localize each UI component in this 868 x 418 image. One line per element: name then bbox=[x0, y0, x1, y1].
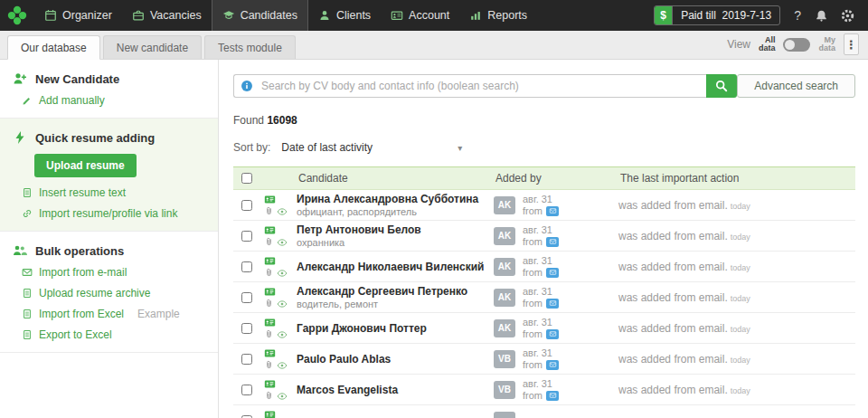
insert-resume-text-link[interactable]: Insert resume text bbox=[22, 186, 205, 199]
views-icon[interactable] bbox=[277, 391, 288, 402]
last-action-text: was added from email. bbox=[618, 353, 728, 366]
cv-card-icon[interactable] bbox=[264, 224, 276, 236]
sort-select[interactable]: Date of last activity ▾ bbox=[281, 141, 462, 154]
attachment-icon[interactable] bbox=[264, 329, 274, 339]
email-source-icon[interactable] bbox=[546, 206, 559, 216]
info-icon[interactable] bbox=[241, 80, 253, 92]
candidate-name[interactable]: Marcos Evangelista bbox=[297, 384, 494, 396]
tab-tests-module[interactable]: Tests module bbox=[204, 35, 296, 59]
candidate-name[interactable]: Paulo Paulo Ablas bbox=[297, 353, 494, 366]
app-logo[interactable] bbox=[0, 5, 34, 25]
row-checkbox[interactable] bbox=[241, 323, 252, 334]
row-checkbox[interactable] bbox=[241, 354, 252, 365]
nav-clients[interactable]: Clients bbox=[308, 0, 381, 31]
email-source-icon[interactable] bbox=[546, 268, 559, 278]
nav-reports[interactable]: Reports bbox=[459, 0, 537, 31]
clients-icon bbox=[318, 9, 331, 22]
settings-gear-icon[interactable] bbox=[840, 8, 855, 24]
example-link[interactable]: Example bbox=[137, 308, 180, 320]
recruiter-avatar[interactable]: VB bbox=[494, 350, 515, 368]
cv-card-icon[interactable] bbox=[264, 347, 276, 359]
nav-organizer[interactable]: Organizer bbox=[34, 0, 122, 31]
table-row[interactable]: Александр Сергеевич Петренко водитель, р… bbox=[233, 282, 855, 313]
views-icon[interactable] bbox=[277, 268, 288, 279]
my-data-option[interactable]: My data bbox=[818, 36, 835, 53]
search-button[interactable] bbox=[706, 74, 737, 98]
attachment-icon[interactable] bbox=[264, 206, 274, 216]
views-icon[interactable] bbox=[277, 237, 288, 248]
cv-card-icon[interactable] bbox=[264, 378, 276, 390]
attachment-icon[interactable] bbox=[264, 237, 274, 247]
recruiter-avatar[interactable]: AK bbox=[494, 289, 515, 307]
cv-card-icon[interactable] bbox=[264, 194, 276, 205]
candidate-name[interactable]: Гарри Джонович Поттер bbox=[297, 322, 494, 335]
import-from-excel-link[interactable]: Import from Excel Example bbox=[22, 308, 205, 320]
nav-vacancies[interactable]: Vacancies bbox=[122, 0, 212, 31]
recruiter-avatar[interactable]: AK bbox=[494, 227, 515, 245]
candidate-name[interactable]: Александр Сергеевич Петренко bbox=[297, 285, 494, 298]
added-date: авг. 31 bbox=[523, 317, 559, 328]
email-source-icon[interactable] bbox=[546, 329, 559, 339]
table-row[interactable]: Paulo Paulo Ablas VB авг. 31 from was ad… bbox=[233, 344, 855, 375]
recruiter-avatar[interactable] bbox=[494, 412, 515, 418]
upload-resume-button[interactable]: Upload resume bbox=[34, 154, 137, 177]
table-row[interactable]: Ирина Александровна Субботина официант, … bbox=[233, 190, 855, 221]
all-data-option[interactable]: All data bbox=[759, 36, 776, 53]
tab-new-candidate[interactable]: New candidate bbox=[103, 35, 202, 59]
row-checkbox[interactable] bbox=[241, 385, 252, 395]
more-menu-icon[interactable]: ⋮ bbox=[844, 33, 859, 55]
views-icon[interactable] bbox=[277, 329, 288, 340]
candidate-name[interactable]: Александр Николаевич Виленский bbox=[297, 261, 494, 273]
candidate-name[interactable]: Ирина Александровна Субботина bbox=[297, 193, 494, 205]
nav-account[interactable]: Account bbox=[381, 0, 459, 31]
views-icon[interactable] bbox=[277, 299, 288, 309]
table-row[interactable]: Marcos Evangelista VB авг. 31 from was a… bbox=[233, 375, 855, 405]
nav-label: Candidates bbox=[241, 9, 297, 22]
attachment-icon[interactable] bbox=[264, 391, 274, 401]
row-checkbox[interactable] bbox=[241, 261, 252, 272]
attachment-icon[interactable] bbox=[264, 299, 274, 309]
nav-candidates[interactable]: Candidates bbox=[212, 0, 308, 31]
email-source-icon[interactable] bbox=[546, 391, 559, 401]
select-all-checkbox[interactable] bbox=[241, 173, 252, 184]
advanced-search-button[interactable]: Advanced search bbox=[737, 74, 855, 98]
import-from-email-link[interactable]: Import from e-mail bbox=[22, 266, 205, 279]
row-icons bbox=[260, 255, 297, 279]
paid-till-badge[interactable]: $ Paid till 2019-7-13 bbox=[654, 5, 780, 25]
row-checkbox[interactable] bbox=[241, 231, 252, 242]
views-icon[interactable] bbox=[277, 206, 288, 217]
recruiter-avatar[interactable]: AK bbox=[494, 319, 515, 337]
cv-card-icon[interactable] bbox=[264, 255, 276, 267]
cv-card-icon[interactable] bbox=[264, 409, 276, 418]
table-row[interactable] bbox=[233, 405, 855, 418]
cv-card-icon[interactable] bbox=[264, 286, 276, 298]
attachment-icon[interactable] bbox=[264, 360, 274, 370]
data-scope-toggle[interactable] bbox=[783, 38, 810, 52]
email-source-icon[interactable] bbox=[546, 299, 559, 309]
views-icon[interactable] bbox=[277, 360, 288, 371]
email-source-icon[interactable] bbox=[546, 360, 559, 370]
notifications-bell-icon[interactable] bbox=[815, 9, 828, 23]
row-checkbox[interactable] bbox=[241, 415, 252, 418]
attachment-icon[interactable] bbox=[264, 268, 274, 278]
tab-our-database[interactable]: Our database bbox=[7, 35, 100, 60]
recruiter-avatar[interactable]: VB bbox=[494, 381, 515, 399]
table-row[interactable]: Петр Антонович Белов охранника AK авг. 3… bbox=[233, 221, 855, 252]
cv-card-icon[interactable] bbox=[264, 317, 276, 328]
search-input[interactable] bbox=[233, 74, 706, 98]
lightning-icon bbox=[13, 130, 27, 145]
email-source-icon[interactable] bbox=[546, 237, 559, 247]
table-row[interactable]: Гарри Джонович Поттер AK авг. 31 from wa… bbox=[233, 313, 855, 344]
export-to-excel-link[interactable]: Export to Excel bbox=[22, 328, 205, 341]
row-checkbox[interactable] bbox=[241, 200, 252, 211]
candidate-name[interactable]: Петр Антонович Белов bbox=[297, 223, 494, 236]
table-row[interactable]: Александр Николаевич Виленский AK авг. 3… bbox=[233, 252, 855, 282]
upload-resume-archive-link[interactable]: Upload resume archive bbox=[22, 287, 205, 299]
row-checkbox[interactable] bbox=[241, 292, 252, 303]
help-icon[interactable]: ? bbox=[792, 8, 803, 23]
recruiter-avatar[interactable]: AK bbox=[494, 196, 515, 214]
add-manually-link[interactable]: Add manually bbox=[22, 94, 205, 107]
recruiter-avatar[interactable]: AK bbox=[494, 258, 515, 276]
import-resume-via-link[interactable]: Import resume/profile via link bbox=[22, 207, 205, 220]
added-date: авг. 31 bbox=[523, 255, 559, 267]
